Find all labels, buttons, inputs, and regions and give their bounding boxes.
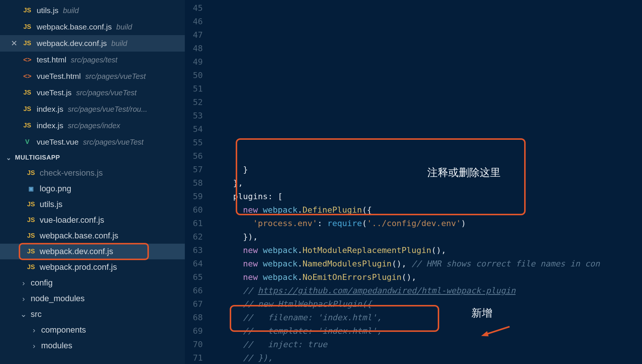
open-editor-item[interactable]: JSutils.jsbuild [0, 2, 185, 19]
chevron-right-icon: › [20, 278, 27, 287]
file-type-icon: V [22, 138, 32, 146]
code-line[interactable]: // filename: 'index.html', [213, 311, 642, 324]
code-line[interactable]: new webpack.NamedModulesPlugin(), // HMR… [213, 257, 642, 271]
file-type-icon: JS [26, 216, 36, 224]
line-number: 47 [185, 28, 213, 42]
file-item[interactable]: JSwebpack.base.conf.js [0, 228, 185, 244]
file-name: vueTest.vue [37, 138, 79, 146]
open-editor-item[interactable]: JSwebpack.base.conf.jsbuild [0, 19, 185, 35]
open-editor-item[interactable]: ✕JSwebpack.dev.conf.jsbuild [0, 35, 185, 52]
sidebar: JSutils.jsbuildJSwebpack.base.conf.jsbui… [0, 0, 185, 364]
file-item[interactable]: JSwebpack.dev.conf.js [0, 244, 185, 259]
code-line[interactable]: // template: 'index.html', [213, 324, 642, 338]
code-line[interactable]: new webpack.DefinePlugin({ [213, 203, 642, 217]
line-number: 60 [185, 203, 213, 217]
code-line[interactable]: // new HtmlWebpackPlugin({ [213, 297, 642, 311]
open-editor-item[interactable]: <>test.htmlsrc/pages/test [0, 52, 185, 68]
line-number: 58 [185, 176, 213, 190]
folder-item[interactable]: ›config [0, 275, 185, 291]
file-item[interactable]: JSvue-loader.conf.js [0, 212, 185, 228]
file-item[interactable]: JSwebpack.prod.conf.js [0, 259, 185, 275]
tree-item-label: components [41, 325, 86, 335]
code-line[interactable]: // https://github.com/ampedandwired/html… [213, 284, 642, 297]
file-name: index.js [37, 121, 63, 130]
line-number: 51 [185, 82, 213, 96]
file-type-icon: <> [22, 72, 32, 80]
code-line[interactable]: new webpack.HotModuleReplacementPlugin()… [213, 244, 642, 257]
line-number: 59 [185, 190, 213, 203]
code-line[interactable]: }), [213, 230, 642, 244]
line-number: 55 [185, 136, 213, 149]
open-editor-item[interactable]: <>vueTest.htmlsrc/pages/vueTest [0, 68, 185, 84]
line-number: 67 [185, 297, 213, 311]
open-editor-item[interactable]: VvueTest.vuesrc/pages/vueTest [0, 134, 185, 150]
file-type-icon: JS [26, 169, 36, 177]
file-type-icon: JS [22, 7, 32, 14]
file-name: vueTest.html [37, 72, 81, 81]
line-number: 64 [185, 257, 213, 271]
code-line[interactable]: 'process.env': require('../config/dev.en… [213, 217, 642, 230]
file-name: webpack.dev.conf.js [37, 39, 107, 48]
open-editor-item[interactable]: JSindex.jssrc/pages/vueTest/rou... [0, 101, 185, 117]
file-item[interactable]: JSutils.js [0, 197, 185, 212]
chevron-right-icon: › [31, 326, 37, 334]
line-number: 68 [185, 311, 213, 324]
svg-marker-1 [481, 331, 489, 336]
open-editor-item[interactable]: JSindex.jssrc/pages/index [0, 117, 185, 134]
code-line[interactable]: new webpack.NoEmitOnErrorsPlugin(), [213, 271, 642, 284]
file-name: test.html [37, 55, 66, 64]
tree-item-label: vue-loader.conf.js [40, 215, 104, 225]
file-path: src/pages/vueTest [85, 72, 146, 81]
file-path: src/pages/index [68, 121, 120, 130]
folder-item[interactable]: ›modules [0, 338, 185, 354]
file-name: vueTest.js [37, 88, 71, 97]
file-path: src/pages/test [71, 56, 117, 64]
line-number: 54 [185, 123, 213, 136]
folder-item[interactable]: ›node_modules [0, 291, 185, 306]
tree-item-label: webpack.prod.conf.js [40, 262, 117, 272]
file-path: src/pages/vueTest [83, 138, 144, 146]
open-editors-group: JSutils.jsbuildJSwebpack.base.conf.jsbui… [0, 0, 185, 150]
tree-item-label: logo.png [40, 184, 71, 194]
open-editor-item[interactable]: JSvueTest.jssrc/pages/vueTest [0, 84, 185, 101]
chevron-right-icon: › [31, 341, 37, 350]
file-item[interactable]: JScheck-versions.js [0, 165, 185, 181]
file-type-icon: ▣ [26, 185, 36, 192]
file-type-icon: JS [22, 23, 32, 31]
file-type-icon: JS [22, 40, 32, 47]
line-number: 61 [185, 217, 213, 230]
line-number: 46 [185, 15, 213, 28]
code-line[interactable]: plugins: [ [213, 190, 642, 203]
line-number: 63 [185, 244, 213, 257]
code-area[interactable]: 注释或删除这里 新增 } }, plugins: [ new webpack.D… [213, 0, 642, 364]
tree-item-label: node_modules [31, 294, 85, 303]
file-tree: JScheck-versions.js▣logo.pngJSutils.jsJS… [0, 165, 185, 354]
line-number: 62 [185, 230, 213, 244]
file-item[interactable]: ▣logo.png [0, 181, 185, 197]
annotation-text-comment: 注释或删除这里 [427, 166, 501, 179]
line-number: 50 [185, 69, 213, 82]
code-line[interactable]: // }), [213, 351, 642, 364]
file-path: build [63, 6, 79, 15]
app-root: JSutils.jsbuildJSwebpack.base.conf.jsbui… [0, 0, 642, 364]
line-number: 57 [185, 163, 213, 176]
file-path: src/pages/vueTest/rou... [68, 105, 147, 114]
chevron-down-icon: ⌄ [5, 154, 12, 162]
line-number: 48 [185, 42, 213, 55]
tree-item-label: utils.js [40, 200, 62, 209]
folder-item[interactable]: ›components [0, 322, 185, 338]
folder-item[interactable]: ⌄src [0, 306, 185, 322]
file-type-icon: <> [22, 56, 32, 64]
line-number: 65 [185, 271, 213, 284]
file-path: build [116, 23, 132, 31]
close-icon[interactable]: ✕ [10, 39, 18, 48]
editor-pane: 4546474849505152535455565758596061626364… [185, 0, 642, 364]
file-type-icon: JS [22, 122, 32, 129]
file-type-icon: JS [26, 248, 36, 255]
svg-line-0 [484, 327, 510, 335]
line-number: 53 [185, 109, 213, 123]
project-section-header[interactable]: ⌄ MULTIGISAPP [0, 150, 185, 165]
tree-item-label: check-versions.js [40, 168, 103, 178]
annotation-text-add: 新增 [471, 306, 492, 320]
code-line[interactable]: // inject: true [213, 338, 642, 351]
